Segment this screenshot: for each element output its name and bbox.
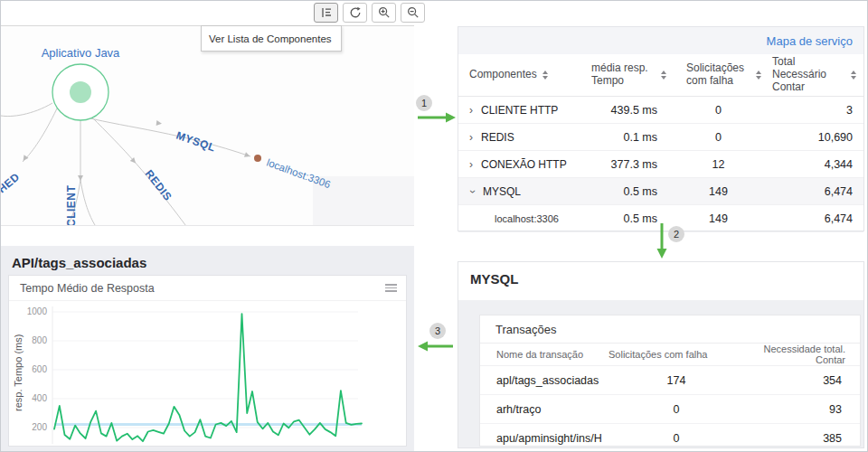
chart-title: Tempo Médio de Resposta <box>20 282 155 295</box>
service-table-card: Mapa de serviço Componentes média resp. … <box>458 26 864 231</box>
response-time-chart-card: Tempo Médio de Resposta 1000 800 600 400 <box>8 275 407 447</box>
chevron-right-icon[interactable]: › <box>469 159 473 170</box>
svg-text:200: 200 <box>32 422 47 432</box>
svg-text:600: 600 <box>32 364 47 374</box>
table-row-redis[interactable]: › REDIS 0.1 ms 0 10,690 <box>458 124 863 151</box>
apm-dashboard: Ver Lista de Componentes <box>0 0 868 452</box>
table-row-cliente-http[interactable]: › CLIENTE HTTP 439.5 ms 0 3 <box>458 97 863 124</box>
app-node-label[interactable]: Aplicativo Java <box>42 46 120 60</box>
step-badge-2: 2 <box>668 226 684 242</box>
svg-text:800: 800 <box>32 335 47 345</box>
component-list-icon <box>320 6 333 19</box>
sort-icon[interactable] <box>661 71 666 80</box>
transactions-header: Nome da transação Solicitações com falha… <box>480 344 860 366</box>
zoom-out-button[interactable] <box>401 3 425 23</box>
table-row-conexao-http[interactable]: › CONEXÃO HTTP 377.3 ms 12 4,344 <box>458 151 863 178</box>
service-map-link[interactable]: Mapa de serviço <box>767 34 853 48</box>
transaction-row[interactable]: apu/apminsight/ins/H 0 385 <box>480 424 860 448</box>
edge-label-memcached[interactable]: CHED <box>1 170 23 201</box>
zoom-out-icon <box>407 6 420 19</box>
service-table-header: Componentes média resp. Tempo Solicitaçõ… <box>458 54 863 97</box>
chevron-right-icon[interactable]: › <box>469 105 473 116</box>
edge-label-mysql[interactable]: MYSQL <box>175 129 217 155</box>
step-badge-1: 1 <box>416 95 432 111</box>
svg-text:1000: 1000 <box>27 306 48 316</box>
service-map-panel[interactable]: Aplicativo Java MYSQL localhost:3306 RED… <box>1 25 414 226</box>
map-edges <box>1 103 250 225</box>
component-list-button[interactable] <box>314 3 338 23</box>
col-header-tempo[interactable]: média resp. Tempo <box>580 62 675 88</box>
transaction-row[interactable]: apl/tags_associadas 174 354 <box>480 366 860 395</box>
endpoint-dot[interactable] <box>254 155 261 162</box>
zoom-in-button[interactable] <box>372 3 396 23</box>
transaction-title: API/tags_associadas <box>1 246 414 270</box>
transaction-row[interactable]: arh/traço 0 93 <box>480 395 860 424</box>
edge-arrowheads <box>21 120 251 181</box>
response-time-line <box>54 314 362 441</box>
zoom-in-icon <box>378 6 391 19</box>
refresh-icon <box>349 6 362 19</box>
transaction-detail-section: API/tags_associadas Tempo Médio de Respo… <box>1 246 414 452</box>
step-badge-3: 3 <box>429 323 446 339</box>
tooltip-text: Ver Lista de Componentes <box>209 33 332 44</box>
col-header-total[interactable]: Total Necessário Contar <box>761 56 863 93</box>
chart-menu-icon[interactable] <box>385 284 397 292</box>
y-axis-label: resp. Tempo (ms) <box>13 334 24 411</box>
response-time-chart: 1000 800 600 400 200 resp. Tempo (ms) <box>9 301 406 446</box>
edge-label-client[interactable]: CLIENT <box>65 185 78 226</box>
table-row-localhost-3306[interactable]: localhost:3306 0.5 ms 149 6,474 <box>458 205 863 232</box>
svg-text:400: 400 <box>32 393 47 403</box>
mysql-card-body: Transações Nome da transação Solicitaçõe… <box>458 300 863 447</box>
refresh-button[interactable] <box>343 3 367 23</box>
y-axis-ticks: 1000 800 600 400 200 <box>27 306 48 432</box>
sort-icon[interactable] <box>542 71 548 80</box>
map-toolbar <box>314 3 425 23</box>
service-table-titlebar: Mapa de serviço <box>458 27 863 54</box>
endpoint-label[interactable]: localhost:3306 <box>265 157 332 191</box>
col-header-falha[interactable]: Solicitações com falha <box>675 62 761 88</box>
transactions-card: Transações Nome da transação Solicitaçõe… <box>479 315 861 447</box>
chevron-down-icon[interactable]: › <box>467 190 478 193</box>
mysql-title: MYSQL <box>458 262 863 287</box>
col-header-componentes[interactable]: Componentes <box>458 69 580 81</box>
mysql-detail-card: MYSQL Transações Nome da transação Solic… <box>458 261 864 448</box>
sort-icon[interactable] <box>851 71 856 80</box>
app-node-core <box>70 81 91 103</box>
table-row-mysql[interactable]: › MYSQL 0.5 ms 149 6,474 <box>458 178 863 205</box>
chevron-right-icon[interactable]: › <box>469 132 473 143</box>
component-list-tooltip: Ver Lista de Componentes <box>201 25 342 52</box>
edge-label-redis[interactable]: REDIS <box>143 167 175 202</box>
transactions-title: Transações <box>480 315 860 344</box>
